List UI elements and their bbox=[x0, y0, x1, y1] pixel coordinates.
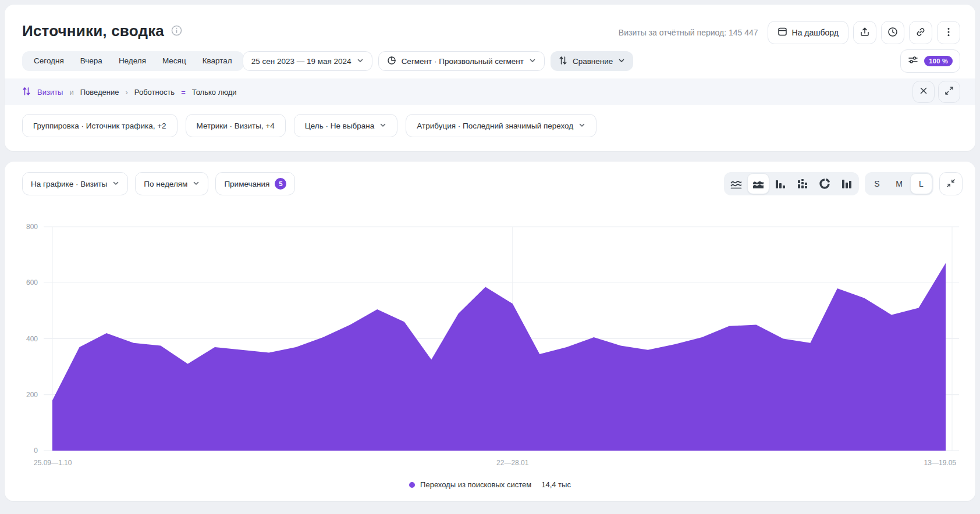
size-m-label: M bbox=[896, 179, 903, 188]
chart-card: На графике · Визиты По неделям Примечани… bbox=[5, 162, 975, 501]
dashboard-icon bbox=[777, 27, 787, 38]
share-icon bbox=[860, 27, 870, 39]
size-m[interactable]: M bbox=[888, 173, 910, 194]
copy-link-button[interactable] bbox=[909, 21, 932, 44]
chart-controls-right: S M L bbox=[724, 172, 963, 195]
chart-type-columns[interactable] bbox=[836, 173, 858, 194]
history-button[interactable] bbox=[881, 21, 904, 44]
chart-type-switcher bbox=[724, 172, 859, 195]
segment-condition[interactable]: Визиты и Поведение › Роботность = Только… bbox=[22, 87, 237, 98]
chart-type-stacked[interactable] bbox=[791, 173, 814, 194]
size-s[interactable]: S bbox=[866, 173, 888, 194]
segment-selector[interactable]: Сегмент · Произвольный сегмент bbox=[378, 51, 545, 71]
header-actions: Визиты за отчётный период: 145 447 На да… bbox=[619, 21, 960, 44]
segment-condition-bar: Визиты и Поведение › Роботность = Только… bbox=[5, 78, 975, 105]
expand-segment-button[interactable] bbox=[938, 81, 960, 103]
tab-quarter[interactable]: Квартал bbox=[194, 51, 240, 71]
grouping-selector[interactable]: Группировка · Источник трафика, +2 bbox=[22, 114, 177, 137]
link-icon bbox=[915, 27, 926, 39]
notes-label: Примечания bbox=[224, 180, 269, 188]
date-range-picker[interactable]: 25 сен 2023 — 19 мая 2024 bbox=[243, 51, 372, 71]
svg-text:800: 800 bbox=[26, 223, 38, 231]
page-title-text: Источники, сводка bbox=[22, 22, 164, 40]
chevron-down-icon bbox=[193, 180, 200, 188]
export-button[interactable] bbox=[853, 21, 876, 44]
chart-type-bars[interactable] bbox=[769, 173, 791, 194]
svg-text:22—28.01: 22—28.01 bbox=[496, 459, 529, 467]
chart-metric-selector[interactable]: На графике · Визиты bbox=[22, 172, 128, 195]
svg-text:600: 600 bbox=[26, 279, 38, 287]
period-tabs: Сегодня Вчера Неделя Месяц Квартал bbox=[22, 51, 244, 71]
notes-count-badge: 5 bbox=[275, 178, 286, 190]
expand-icon bbox=[945, 86, 954, 98]
visits-area-chart[interactable]: 020040060080025.09—1.1022—28.0113—19.05 bbox=[5, 197, 975, 470]
chevron-down-icon bbox=[618, 57, 625, 66]
sliders-icon bbox=[908, 55, 918, 67]
tab-today[interactable]: Сегодня bbox=[26, 51, 72, 71]
segment-selector-label: Сегмент · Произвольный сегмент bbox=[402, 57, 524, 66]
svg-text:400: 400 bbox=[26, 335, 38, 343]
svg-text:25.09—1.10: 25.09—1.10 bbox=[34, 459, 72, 467]
segment-path-separator: › bbox=[125, 88, 127, 97]
chart-type-lines[interactable] bbox=[725, 173, 747, 194]
segment-bar-actions bbox=[912, 81, 960, 103]
report-settings-row: Группировка · Источник трафика, +2 Метри… bbox=[22, 114, 596, 137]
metrics-label: Метрики · Визиты, +4 bbox=[197, 122, 275, 130]
kebab-icon bbox=[943, 27, 954, 39]
size-l[interactable]: L bbox=[910, 173, 932, 194]
dashboard-button-label: На дашборд bbox=[792, 28, 839, 37]
chevron-down-icon bbox=[379, 122, 386, 130]
svg-text:13—19.05: 13—19.05 bbox=[924, 459, 957, 467]
segment-path-group[interactable]: Поведение bbox=[80, 88, 119, 97]
sampling-settings-button[interactable]: 100 % bbox=[900, 49, 960, 73]
legend-dot bbox=[409, 482, 415, 488]
dashboard-button[interactable]: На дашборд bbox=[768, 21, 848, 44]
segment-path-item[interactable]: Роботность bbox=[134, 88, 175, 97]
chevron-down-icon bbox=[357, 57, 364, 66]
date-range-label: 25 сен 2023 — 19 мая 2024 bbox=[251, 57, 351, 66]
chart-controls-left: На графике · Визиты По неделям Примечани… bbox=[22, 172, 295, 195]
visits-period-summary: Визиты за отчётный период: 145 447 bbox=[619, 28, 758, 37]
svg-text:0: 0 bbox=[34, 447, 38, 455]
chart-legend[interactable]: Переходы из поисковых систем 14,4 тыс bbox=[5, 480, 975, 489]
more-menu-button[interactable] bbox=[937, 21, 960, 44]
grouping-label: Группировка · Источник трафика, +2 bbox=[33, 122, 166, 130]
attribution-label: Атрибуция · Последний значимый переход bbox=[417, 122, 573, 130]
chart-size-switcher: S M L bbox=[865, 172, 933, 195]
compare-icon bbox=[559, 56, 567, 67]
header-card: Источники, сводка Визиты за отчётный пер… bbox=[5, 5, 975, 151]
chevron-down-icon bbox=[529, 57, 536, 66]
filter-row: Сегодня Вчера Неделя Месяц Квартал 25 се… bbox=[22, 51, 633, 71]
granularity-selector[interactable]: По неделям bbox=[135, 172, 208, 195]
sampling-badge: 100 % bbox=[924, 56, 953, 66]
collapse-icon bbox=[946, 179, 956, 190]
legend-value: 14,4 тыс bbox=[541, 480, 571, 489]
segment-metric[interactable]: Визиты bbox=[37, 88, 63, 97]
clock-icon bbox=[887, 27, 898, 39]
collapse-chart-button[interactable] bbox=[939, 172, 963, 195]
granularity-label: По неделям bbox=[144, 180, 187, 188]
notes-button[interactable]: Примечания 5 bbox=[215, 172, 295, 195]
segment-operator: = bbox=[181, 88, 186, 97]
tab-week[interactable]: Неделя bbox=[111, 51, 154, 71]
remove-condition-button[interactable] bbox=[912, 81, 935, 103]
attribution-selector[interactable]: Атрибуция · Последний значимый переход bbox=[406, 114, 596, 137]
tab-month[interactable]: Месяц bbox=[154, 51, 194, 71]
compare-selector[interactable]: Сравнение bbox=[551, 51, 633, 71]
segment-value[interactable]: Только люди bbox=[192, 88, 237, 97]
info-icon[interactable] bbox=[171, 22, 182, 40]
chevron-down-icon bbox=[112, 180, 119, 188]
chart-metric-label: На графике · Визиты bbox=[31, 180, 107, 188]
close-icon bbox=[919, 87, 928, 97]
chart-type-pie[interactable] bbox=[814, 173, 836, 194]
metrics-selector[interactable]: Метрики · Визиты, +4 bbox=[186, 114, 286, 137]
chart-type-area[interactable] bbox=[747, 173, 769, 194]
tab-yesterday[interactable]: Вчера bbox=[72, 51, 111, 71]
svg-text:200: 200 bbox=[26, 391, 38, 399]
legend-label: Переходы из поисковых систем bbox=[420, 480, 531, 489]
size-l-label: L bbox=[919, 179, 924, 188]
segment-conjunction: и bbox=[69, 88, 73, 97]
goal-selector[interactable]: Цель · Не выбрана bbox=[294, 114, 398, 137]
goal-label: Цель · Не выбрана bbox=[305, 122, 375, 130]
pie-icon bbox=[387, 56, 396, 67]
